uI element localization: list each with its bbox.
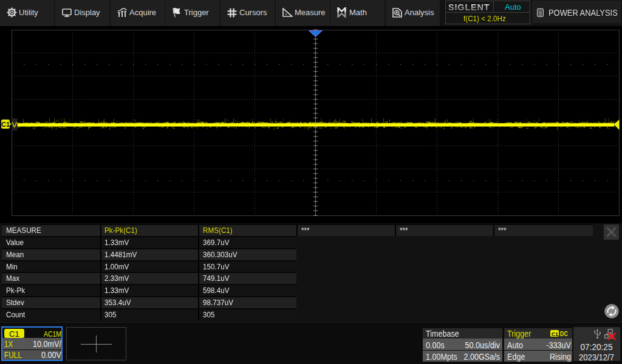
svg-text:C1: C1: [1, 121, 10, 128]
svg-text:V: V: [12, 120, 17, 129]
